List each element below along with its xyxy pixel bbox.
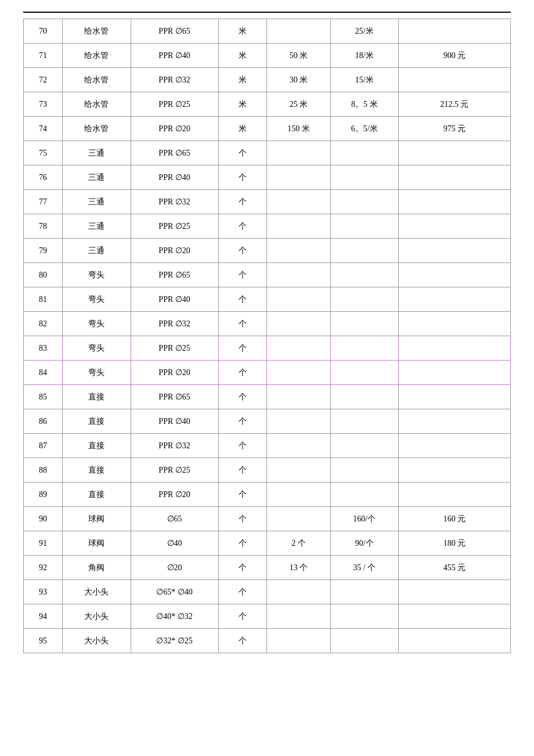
cell-num: 93 [24, 580, 63, 604]
cell-spec: PPR ∅32 [131, 68, 218, 92]
cell-unit: 个 [218, 556, 267, 580]
cell-price [330, 312, 398, 336]
main-table: 70给水管PPR ∅65米25/米71给水管PPR ∅40米50 米18/米90… [23, 19, 511, 653]
cell-total [398, 214, 510, 239]
cell-total [398, 239, 510, 263]
cell-total [398, 629, 510, 653]
cell-price [330, 580, 398, 604]
cell-qty [267, 214, 330, 239]
cell-total [398, 458, 510, 483]
table-row: 95大小头∅32* ∅25个 [24, 629, 511, 653]
cell-name: 大小头 [63, 580, 131, 604]
cell-qty [267, 385, 330, 409]
cell-name: 弯头 [63, 263, 131, 287]
cell-name: 直接 [63, 434, 131, 458]
cell-name: 三通 [63, 239, 131, 263]
cell-spec: ∅32* ∅25 [131, 629, 218, 653]
cell-total [398, 19, 510, 44]
table-row: 85直接PPR ∅65个 [24, 385, 511, 409]
cell-num: 92 [24, 556, 63, 580]
cell-unit: 个 [218, 458, 267, 483]
cell-spec: ∅20 [131, 556, 218, 580]
table-row: 71给水管PPR ∅40米50 米18/米900 元 [24, 44, 511, 68]
cell-total [398, 165, 510, 190]
cell-unit: 个 [218, 165, 267, 190]
cell-qty: 13 个 [267, 556, 330, 580]
table-row: 72给水管PPR ∅32米30 米15/米 [24, 68, 511, 92]
cell-num: 88 [24, 458, 63, 483]
table-row: 82弯头PPR ∅32个 [24, 312, 511, 336]
cell-qty: 30 米 [267, 68, 330, 92]
cell-total [398, 385, 510, 409]
cell-qty: 25 米 [267, 92, 330, 117]
cell-price [330, 409, 398, 434]
table-row: 91球阀∅40个2 个90/个180 元 [24, 531, 511, 556]
table-row: 84弯头PPR ∅20个 [24, 361, 511, 385]
table-row: 70给水管PPR ∅65米25/米 [24, 19, 511, 44]
cell-qty [267, 141, 330, 165]
cell-total [398, 361, 510, 385]
cell-price [330, 190, 398, 214]
table-row: 78三通PPR ∅25个 [24, 214, 511, 239]
cell-price [330, 287, 398, 312]
cell-total [398, 287, 510, 312]
cell-unit: 米 [218, 19, 267, 44]
cell-unit: 个 [218, 190, 267, 214]
cell-price [330, 165, 398, 190]
cell-price: 15/米 [330, 68, 398, 92]
cell-price [330, 263, 398, 287]
table-row: 76三通PPR ∅40个 [24, 165, 511, 190]
cell-num: 83 [24, 336, 63, 361]
cell-qty: 2 个 [267, 531, 330, 556]
cell-spec: PPR ∅65 [131, 385, 218, 409]
cell-num: 75 [24, 141, 63, 165]
cell-spec: ∅40 [131, 531, 218, 556]
cell-qty [267, 336, 330, 361]
cell-unit: 个 [218, 629, 267, 653]
cell-unit: 个 [218, 141, 267, 165]
table-row: 90球阀∅65个160/个160 元 [24, 507, 511, 531]
cell-price [330, 434, 398, 458]
cell-spec: PPR ∅20 [131, 239, 218, 263]
cell-unit: 个 [218, 409, 267, 434]
cell-num: 89 [24, 483, 63, 507]
cell-total: 975 元 [398, 117, 510, 141]
cell-num: 72 [24, 68, 63, 92]
cell-spec: PPR ∅40 [131, 409, 218, 434]
cell-unit: 米 [218, 117, 267, 141]
cell-unit: 个 [218, 604, 267, 629]
table-row: 77三通PPR ∅32个 [24, 190, 511, 214]
cell-unit: 个 [218, 507, 267, 531]
cell-total [398, 312, 510, 336]
cell-qty [267, 604, 330, 629]
cell-name: 直接 [63, 458, 131, 483]
cell-name: 角阀 [63, 556, 131, 580]
table-row: 94大小头∅40* ∅32个 [24, 604, 511, 629]
cell-spec: PPR ∅25 [131, 92, 218, 117]
cell-num: 94 [24, 604, 63, 629]
cell-qty [267, 580, 330, 604]
cell-name: 弯头 [63, 336, 131, 361]
cell-total [398, 68, 510, 92]
cell-num: 87 [24, 434, 63, 458]
cell-qty [267, 409, 330, 434]
cell-total: 212.5 元 [398, 92, 510, 117]
cell-unit: 个 [218, 336, 267, 361]
table-row: 74给水管PPR ∅20米150 米6。5/米975 元 [24, 117, 511, 141]
cell-name: 大小头 [63, 629, 131, 653]
cell-qty [267, 287, 330, 312]
cell-total [398, 604, 510, 629]
cell-price [330, 214, 398, 239]
cell-spec: ∅65 [131, 507, 218, 531]
cell-name: 给水管 [63, 68, 131, 92]
cell-qty [267, 507, 330, 531]
cell-name: 三通 [63, 141, 131, 165]
table-row: 86直接PPR ∅40个 [24, 409, 511, 434]
cell-num: 73 [24, 92, 63, 117]
cell-num: 74 [24, 117, 63, 141]
cell-price: 18/米 [330, 44, 398, 68]
cell-unit: 个 [218, 483, 267, 507]
cell-num: 80 [24, 263, 63, 287]
table-row: 89直接PPR ∅20个 [24, 483, 511, 507]
cell-spec: PPR ∅20 [131, 483, 218, 507]
